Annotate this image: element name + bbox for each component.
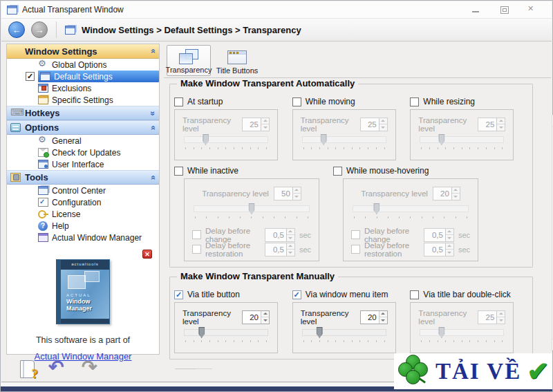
spin-up-icon[interactable] (497, 118, 505, 124)
delay-checkbox[interactable] (192, 230, 201, 239)
spin-down-icon[interactable] (287, 249, 294, 256)
level-spinner[interactable]: 25 (478, 310, 505, 324)
slider-thumb[interactable] (438, 134, 444, 145)
sidebar-item-configuration[interactable]: Configuration (7, 196, 159, 208)
sidebar-item-check-for-updates[interactable]: Check for Updates (7, 147, 159, 158)
undo-icon[interactable] (48, 360, 68, 378)
sidebar-section-options[interactable]: Options» (7, 120, 159, 135)
level-spinner[interactable]: 50 (274, 187, 301, 200)
option-checkbox[interactable] (410, 290, 419, 299)
slider-thumb[interactable] (373, 203, 379, 214)
delay-spinner[interactable]: 0,5 (265, 243, 295, 256)
level-spinner[interactable]: 25 (242, 118, 270, 131)
level-slider[interactable] (182, 327, 270, 344)
spin-up-icon[interactable] (446, 243, 453, 250)
minimize-button[interactable] (471, 6, 481, 14)
delay-checkbox[interactable] (351, 230, 360, 239)
delay-checkbox[interactable] (192, 245, 201, 254)
option-checkbox[interactable] (292, 97, 301, 106)
level-slider[interactable] (182, 134, 270, 151)
chevron-up-icon[interactable]: » (149, 125, 158, 130)
chevron-up-icon[interactable]: » (149, 175, 158, 180)
sidebar-item-global-options[interactable]: Global Options (7, 59, 159, 71)
slider-track[interactable] (302, 136, 386, 143)
spin-down-icon[interactable] (497, 317, 505, 324)
spin-down-icon[interactable] (261, 317, 269, 324)
spin-up-icon[interactable] (287, 243, 294, 250)
spin-up-icon[interactable] (497, 311, 505, 317)
spin-down-icon[interactable] (452, 193, 460, 200)
spin-down-icon[interactable] (379, 317, 387, 324)
spin-down-icon[interactable] (261, 124, 269, 131)
slider-track[interactable] (420, 329, 504, 336)
sidebar-item-control-center[interactable]: Control Center (7, 185, 159, 196)
sidebar-item-actual-window-manager[interactable]: Actual Window Manager (7, 232, 159, 243)
slider-track[interactable] (184, 136, 268, 143)
slider-thumb[interactable] (203, 134, 209, 145)
spin-down-icon[interactable] (287, 234, 294, 241)
level-slider[interactable] (418, 327, 505, 344)
level-spinner[interactable]: 20 (360, 310, 388, 324)
level-slider[interactable] (192, 203, 311, 220)
spin-up-icon[interactable] (261, 118, 269, 124)
level-spinner[interactable]: 20 (433, 187, 460, 200)
close-button[interactable] (527, 6, 536, 14)
spin-up-icon[interactable] (452, 187, 460, 194)
spin-down-icon[interactable] (446, 234, 453, 241)
sidebar-section-tools[interactable]: Tools» (7, 170, 159, 185)
sidebar-checkbox[interactable]: ✓ (26, 72, 35, 81)
level-spinner[interactable]: 25 (360, 118, 388, 131)
promo-close-icon[interactable]: ✕ (142, 250, 152, 259)
slider-thumb[interactable] (317, 327, 323, 338)
slider-thumb[interactable] (198, 327, 205, 338)
delay-spinner[interactable]: 0,5 (265, 228, 295, 242)
spin-up-icon[interactable] (287, 229, 294, 235)
sidebar-item-license[interactable]: License (7, 208, 159, 220)
spin-down-icon[interactable] (293, 193, 301, 200)
slider-thumb[interactable] (438, 327, 444, 338)
sidebar-item-general[interactable]: General (7, 135, 159, 147)
spin-up-icon[interactable] (379, 118, 387, 124)
level-spinner[interactable]: 20 (242, 310, 270, 324)
level-slider[interactable] (301, 327, 388, 344)
redo-icon[interactable] (82, 360, 101, 378)
spin-down-icon[interactable] (497, 124, 505, 131)
sidebar-item-exclusions[interactable]: Exclusions (7, 82, 159, 94)
option-checkbox[interactable]: ✓ (292, 290, 301, 299)
level-spinner[interactable]: 25 (478, 118, 505, 131)
slider-track[interactable] (420, 136, 504, 143)
spin-up-icon[interactable] (293, 187, 301, 194)
slider-track[interactable] (184, 329, 268, 336)
tab-title-buttons[interactable]: Title Buttons (215, 45, 259, 76)
delay-spinner[interactable]: 0,5 (424, 243, 454, 256)
delay-checkbox[interactable] (351, 245, 360, 254)
slider-thumb[interactable] (321, 134, 327, 145)
spin-down-icon[interactable] (446, 249, 453, 256)
delay-spinner[interactable]: 0,5 (424, 228, 454, 242)
option-checkbox[interactable] (410, 97, 419, 106)
sidebar-item-default-settings[interactable]: ✓Default Settings (7, 71, 159, 82)
spin-up-icon[interactable] (261, 311, 269, 317)
forward-button[interactable]: → (31, 21, 48, 38)
sidebar-section-hotkeys[interactable]: Hotkeys» (7, 106, 159, 120)
maximize-button[interactable] (499, 6, 509, 14)
sidebar-item-specific-settings[interactable]: Specific Settings (7, 94, 159, 106)
level-slider[interactable] (301, 134, 388, 151)
sidebar-item-user-interface[interactable]: User Interface (7, 158, 159, 170)
tab-transparency[interactable]: Transparency (167, 45, 211, 76)
slider-track[interactable] (353, 205, 469, 212)
option-checkbox[interactable] (174, 97, 183, 106)
chevron-up-icon[interactable]: » (149, 49, 158, 54)
level-slider[interactable] (418, 134, 505, 151)
option-checkbox[interactable]: ✓ (174, 290, 183, 299)
sidebar-item-help[interactable]: Help (7, 220, 159, 232)
spin-up-icon[interactable] (379, 311, 387, 317)
option-checkbox[interactable] (333, 167, 342, 176)
level-slider[interactable] (351, 203, 470, 220)
back-button[interactable]: ← (8, 21, 25, 38)
slider-track[interactable] (302, 329, 386, 336)
slider-thumb[interactable] (249, 203, 255, 214)
sidebar-section-window-settings[interactable]: Window Settings» (7, 44, 159, 59)
chevron-down-icon[interactable]: » (149, 111, 158, 115)
spin-down-icon[interactable] (379, 124, 387, 131)
